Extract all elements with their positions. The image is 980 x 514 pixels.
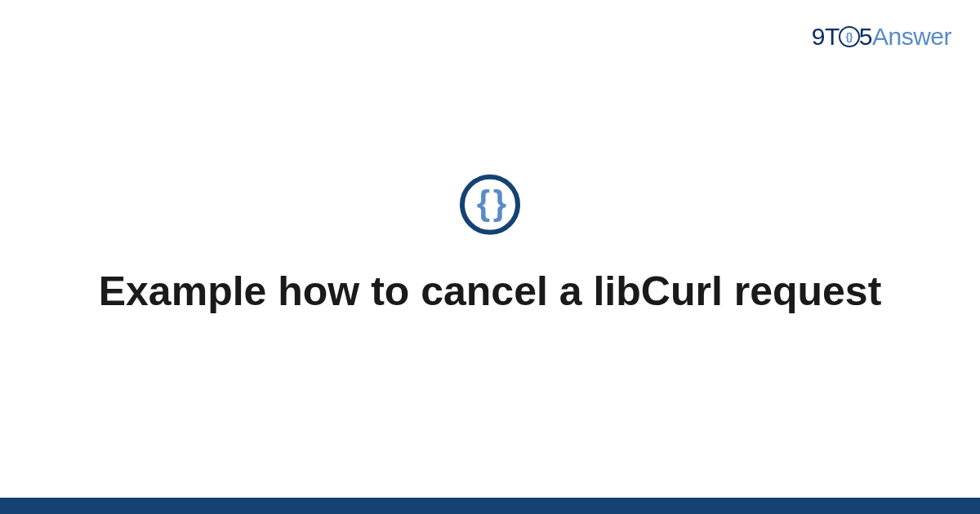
logo-text-9t: 9T (812, 23, 840, 50)
logo-text-5: 5 (859, 23, 872, 50)
footer-bar (0, 498, 980, 514)
logo-text-answer: Answer (872, 23, 951, 50)
logo-o-icon: {} (840, 23, 859, 51)
code-braces-icon: { } (460, 175, 520, 235)
braces-glyph: { } (477, 186, 503, 220)
logo-o-inner-braces-icon: {} (846, 31, 853, 42)
main-content: { } Example how to cancel a libCurl requ… (0, 175, 980, 317)
page-title: Example how to cancel a libCurl request (98, 266, 882, 317)
site-logo: 9T{}5Answer (812, 23, 951, 51)
